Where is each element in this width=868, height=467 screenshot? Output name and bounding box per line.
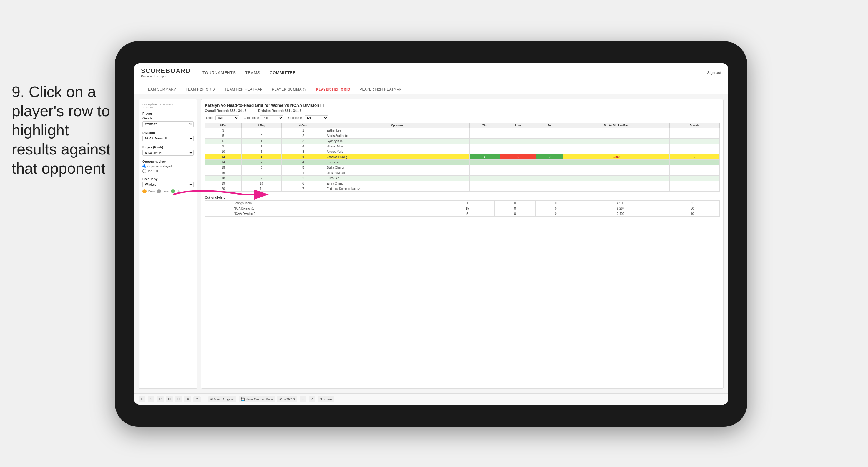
grid-icon: ⊞: [302, 397, 304, 401]
redo-button[interactable]: ↪: [148, 396, 154, 402]
table-row[interactable]: 1063 Andrea York: [205, 149, 720, 155]
opponent-filter: Opponents: (All): [288, 115, 328, 120]
tab-player-h2h-grid[interactable]: PLAYER H2H GRID: [311, 87, 355, 94]
undo-button[interactable]: ↩: [138, 396, 145, 402]
step-number: 9.: [12, 83, 24, 100]
table-row[interactable]: 1822 Euna Lee: [205, 176, 720, 181]
conference-label: Conference: [244, 116, 259, 120]
share-button[interactable]: ⬆ Share: [318, 396, 334, 402]
view-icon: 👁: [210, 398, 213, 401]
back-icon: ↩: [159, 397, 161, 401]
region-select[interactable]: (All): [215, 115, 239, 120]
colour-dots: Down Level Up: [143, 189, 194, 193]
region-filter: Region (All): [205, 115, 239, 120]
division-select[interactable]: NCAA Division III: [143, 136, 194, 141]
col-rounds: Rounds: [670, 123, 719, 128]
conference-filter: Conference (All): [244, 115, 284, 120]
right-panel: Katelyn Vo Head-to-Head Grid for Women's…: [201, 99, 723, 389]
col-tie: Tie: [536, 123, 563, 128]
highlighted-row[interactable]: 1311 Jessica Huang 0 1 0 -3.00 2: [205, 155, 720, 160]
level-label: Level: [163, 190, 169, 193]
grid-button[interactable]: ⊞: [300, 396, 306, 402]
sub-navigation: TEAM SUMMARY TEAM H2H GRID TEAM H2H HEAT…: [134, 82, 728, 94]
col-conf: # Conf: [281, 123, 325, 128]
logo-text: SCOREBOARD: [141, 67, 191, 75]
copy-icon: ⊞: [168, 397, 170, 401]
conference-select[interactable]: (All): [260, 115, 283, 120]
tab-team-h2h-heatmap[interactable]: TEAM H2H HEATMAP: [220, 87, 267, 94]
down-dot: [143, 189, 147, 193]
clock-button[interactable]: ⏱: [193, 396, 201, 402]
grid-title: Katelyn Vo Head-to-Head Grid for Women's…: [205, 103, 720, 108]
table-row[interactable]: NCAA Division 2 5 0 0 7.400 10: [205, 211, 720, 217]
opponents-label: Opponents:: [288, 116, 303, 120]
undo-icon: ↩: [141, 397, 143, 401]
bottom-toolbar: ↩ ↪ ↩ ⊞ ✂ ⊕ ⏱ 👁 View: Original: [134, 394, 728, 405]
table-row[interactable]: 1585 Stella Cheng: [205, 165, 720, 170]
player-rank-select[interactable]: 8. Katelyn Vo: [143, 150, 194, 156]
gender-label: Gender: [143, 117, 194, 120]
up-dot: [171, 189, 175, 193]
expand-button[interactable]: ⤢: [309, 396, 315, 402]
clock-icon: ⏱: [195, 398, 198, 401]
copy-button[interactable]: ⊞: [166, 396, 173, 402]
opponent-select[interactable]: (All): [305, 115, 328, 120]
colour-by-section: Colour by Win/loss Down Level Up: [143, 177, 194, 193]
nav-teams[interactable]: TEAMS: [245, 69, 260, 76]
col-div: # Div: [205, 123, 242, 128]
back-button[interactable]: ↩: [157, 396, 164, 402]
out-of-division-table: Foreign Team 1 0 0 4.500 2 NAIA Division…: [205, 200, 720, 217]
out-of-division-section: Out of division Foreign Team 1 0 0 4.500…: [205, 196, 720, 217]
nav-items: TOURNAMENTS TEAMS COMMITTEE: [203, 69, 702, 76]
table-row[interactable]: 522 Alexis Sudjianto: [205, 133, 720, 138]
tablet-screen: SCOREBOARD Powered by clippd TOURNAMENTS…: [134, 63, 728, 405]
division-label: Division: [143, 131, 194, 134]
colour-by-select[interactable]: Win/loss: [143, 182, 194, 187]
instruction-text: 9. Click on a player's row to highlight …: [12, 83, 112, 178]
table-row[interactable]: 1691 Jessica Mason: [205, 170, 720, 176]
last-updated: Last Updated: 27/03/2024 16:55:28: [143, 103, 194, 109]
sign-out-button[interactable]: Sign out: [702, 70, 721, 75]
nav-tournaments[interactable]: TOURNAMENTS: [203, 69, 236, 76]
cut-button[interactable]: ✂: [175, 396, 182, 402]
tab-team-h2h-grid[interactable]: TEAM H2H GRID: [181, 87, 220, 94]
nav-committee[interactable]: COMMITTEE: [270, 69, 296, 76]
col-win: Win: [469, 123, 500, 128]
opponents-played-radio[interactable]: Opponents Played: [143, 164, 194, 168]
opponent-view-label: Opponent view: [143, 160, 194, 163]
tab-player-summary[interactable]: PLAYER SUMMARY: [267, 87, 311, 94]
records-row: Overall Record: 353 - 34 - 6 Division Re…: [205, 109, 720, 113]
main-content: Last Updated: 27/03/2024 16:55:28 Player…: [134, 94, 728, 394]
paste-icon: ⊕: [186, 397, 189, 401]
table-row[interactable]: 20117 Federica Domecq Lacroze: [205, 186, 720, 192]
view-original-button[interactable]: 👁 View: Original: [208, 396, 236, 402]
table-row[interactable]: 613 Sydney Kuo: [205, 138, 720, 144]
opponent-view-section: Opponent view Opponents Played Top 100: [143, 160, 194, 173]
save-custom-view-button[interactable]: 💾 Save Custom View: [239, 396, 275, 402]
gender-select[interactable]: Women's: [143, 121, 194, 127]
left-panel: Last Updated: 27/03/2024 16:55:28 Player…: [138, 99, 197, 389]
col-diff: Diff Av Strokes/Rnd: [563, 123, 670, 128]
top100-radio[interactable]: Top 100: [143, 169, 194, 173]
col-loss: Loss: [500, 123, 536, 128]
overall-record: Overall Record: 353 - 34 - 6: [205, 109, 246, 113]
col-reg: # Reg: [242, 123, 282, 128]
instruction-body: Click on a player's row to highlight res…: [12, 83, 110, 177]
filters-row: Region (All) Conference (All) Opponents:: [205, 115, 720, 120]
table-row[interactable]: NAIA Division 1 15 0 0 9.267 30: [205, 206, 720, 211]
player-section-label: Player: [143, 112, 194, 115]
table-row[interactable]: 19106 Emily Chang: [205, 181, 720, 186]
table-row[interactable]: 914 Sharon Mun: [205, 144, 720, 149]
watch-button[interactable]: 👁 Watch ▾: [277, 396, 297, 402]
logo-area: SCOREBOARD Powered by clippd: [141, 67, 191, 78]
division-section: Division NCAA Division III: [143, 131, 194, 141]
table-row[interactable]: 31 Esther Lee: [205, 128, 720, 133]
tab-team-summary[interactable]: TEAM SUMMARY: [141, 87, 181, 94]
up-label: Up: [177, 190, 180, 193]
table-row[interactable]: Foreign Team 1 0 0 4.500 2: [205, 201, 720, 206]
paste-button[interactable]: ⊕: [184, 396, 191, 402]
table-row[interactable]: 1474 Eunice Yi: [205, 160, 720, 165]
region-label: Region: [205, 116, 214, 120]
col-opponent: Opponent: [325, 123, 469, 128]
tab-player-h2h-heatmap[interactable]: PLAYER H2H HEATMAP: [355, 87, 406, 94]
